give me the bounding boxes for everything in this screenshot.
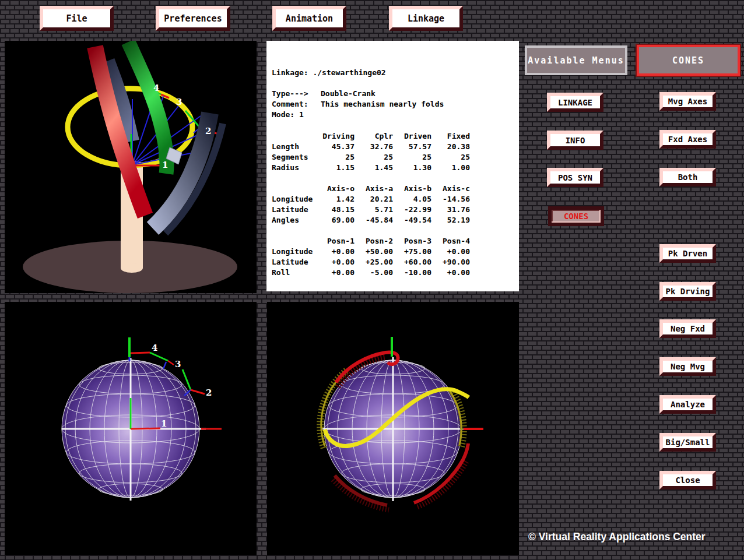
value-cell: 1.00 (431, 162, 470, 172)
value-cell: +25.00 (355, 256, 393, 267)
fxd-axes-button[interactable]: Fxd Axes (659, 130, 716, 149)
available-menus-header: Available Menus (525, 45, 627, 75)
row-label: Segments (272, 152, 316, 162)
comment-label: Comment: (272, 99, 321, 110)
column-header: Posn-1 (316, 235, 355, 246)
row-label (272, 183, 316, 193)
value-cell: 31.76 (431, 204, 470, 214)
linkage-panel-button[interactable]: LINKAGE (547, 93, 603, 112)
type-label: Type---> (272, 89, 321, 99)
value-cell: -22.99 (393, 204, 431, 214)
linkage-menu-button[interactable]: Linkage (389, 6, 463, 31)
position-label-2: 2 (206, 388, 212, 398)
application-window: File Preferences Animation Linkage (0, 0, 744, 560)
preferences-menu-button[interactable]: Preferences (156, 6, 230, 31)
link-dimensions-table: DrivingCplrDrivenFixedLength45.3732.7657… (272, 131, 470, 172)
column-header: Fixed (431, 131, 470, 141)
row-label (272, 131, 316, 141)
column-header: Posn-3 (393, 235, 431, 246)
value-cell: +50.00 (355, 246, 393, 256)
mode-label: Mode: (272, 110, 294, 119)
value-cell: 1.30 (393, 162, 431, 172)
info-panel-button[interactable]: INFO (547, 131, 603, 150)
mode-line: Mode: 1 (272, 110, 519, 120)
linkage-name-line: Linkage: ./stewarthinge02 (272, 68, 519, 78)
value-cell: 45.37 (316, 141, 355, 152)
value-cell: 1.15 (316, 162, 355, 172)
file-menu-button[interactable]: File (40, 6, 114, 31)
value-cell: +90.00 (431, 256, 470, 267)
linkage-name-value: ./stewarthinge02 (313, 68, 385, 77)
position-label-4: 4 (153, 83, 159, 93)
column-header: Posn-2 (355, 235, 393, 246)
value-cell: 52.19 (431, 214, 470, 225)
value-cell: 48.15 (316, 204, 355, 214)
row-label: Latitude (272, 256, 316, 267)
table-row: Segments25252525 (272, 152, 470, 162)
column-header: Posn-4 (431, 235, 470, 246)
row-label: Longitude (272, 193, 316, 204)
type-value: Double-Crank (321, 89, 375, 98)
linkage-info-panel: Linkage: ./stewarthinge02 Type--->Double… (266, 41, 519, 291)
close-button[interactable]: Close (659, 471, 716, 489)
mode-value: 1 (299, 110, 304, 119)
value-cell: -10.00 (393, 267, 431, 277)
copyright-text: © Virtual Reality Applications Center (528, 531, 706, 543)
mvg-axes-button[interactable]: Mvg Axes (659, 92, 716, 111)
position-label-2: 2 (205, 126, 211, 136)
column-header: Axis-b (393, 183, 431, 193)
value-cell: 32.76 (355, 141, 393, 152)
value-cell: 5.71 (355, 204, 393, 214)
value-cell: 1.42 (316, 193, 355, 204)
current-menu-header: CONES (637, 45, 740, 76)
table-row: Latitude+0.00+25.00+60.00+90.00 (272, 256, 470, 267)
position-label-3: 3 (175, 359, 181, 369)
cones-panel-button-active[interactable]: CONES (548, 206, 604, 226)
column-header: Axis-o (316, 183, 355, 193)
pk-drven-button[interactable]: Pk Drven (659, 244, 716, 263)
value-cell: +75.00 (393, 246, 431, 256)
comment-line: Comment:This mechanism nearly folds (272, 99, 519, 110)
value-cell: 69.00 (316, 214, 355, 225)
row-label: Angles (272, 214, 316, 225)
positions-table: Posn-1Posn-2Posn-3Posn-4Longitude+0.00+5… (272, 235, 470, 277)
row-label: Latitude (272, 204, 316, 214)
column-header: Driving (316, 131, 355, 141)
animation-menu-button[interactable]: Animation (272, 6, 346, 31)
pk-drving-button[interactable]: Pk Drving (659, 282, 716, 301)
both-axes-button[interactable]: Both (659, 168, 716, 186)
type-line: Type--->Double-Crank (272, 89, 519, 99)
table-header-row: Axis-oAxis-aAxis-bAxis-c (272, 183, 470, 193)
value-cell: 20.21 (355, 193, 393, 204)
column-header: Axis-c (431, 183, 470, 193)
comment-value: This mechanism nearly folds (321, 100, 444, 108)
table-header-row: Posn-1Posn-2Posn-3Posn-4 (272, 235, 470, 246)
value-cell: -49.54 (393, 214, 431, 225)
big-small-button[interactable]: Big/Small (659, 433, 716, 452)
table-row: Latitude48.155.71-22.9931.76 (272, 204, 470, 214)
neg-mvg-button[interactable]: Neg Mvg (659, 357, 716, 376)
axes-table: Axis-oAxis-aAxis-bAxis-cLongitude1.4220.… (272, 183, 470, 225)
table-row: Longitude1.4220.214.05-14.56 (272, 193, 470, 204)
row-label: Radius (272, 162, 316, 172)
position-label-1: 1 (162, 160, 168, 170)
analyze-button[interactable]: Analyze (659, 395, 716, 414)
row-label: Roll (272, 267, 316, 277)
neg-fxd-button[interactable]: Neg Fxd (659, 319, 716, 338)
column-header: Cplr (355, 131, 393, 141)
value-cell: 25 (355, 152, 393, 162)
value-cell: 25 (316, 152, 355, 162)
cones-sphere-viewport[interactable] (267, 302, 519, 555)
value-cell: 25 (393, 152, 431, 162)
table-row: Longitude+0.00+50.00+75.00+0.00 (272, 246, 470, 256)
positions-sphere-viewport[interactable]: 4 3 2 1 (5, 302, 257, 555)
value-cell: +0.00 (316, 256, 355, 267)
row-label: Length (272, 141, 316, 152)
value-cell: 57.57 (393, 141, 431, 152)
position-label-1: 1 (161, 418, 167, 429)
table-row: Radius1.151.451.301.00 (272, 162, 470, 172)
mechanism-viewport[interactable]: 4 3 2 1 (5, 41, 257, 293)
value-cell: 4.05 (393, 193, 431, 204)
pos-syn-panel-button[interactable]: POS SYN (547, 168, 603, 187)
linkage-name-label: Linkage: (272, 68, 308, 77)
